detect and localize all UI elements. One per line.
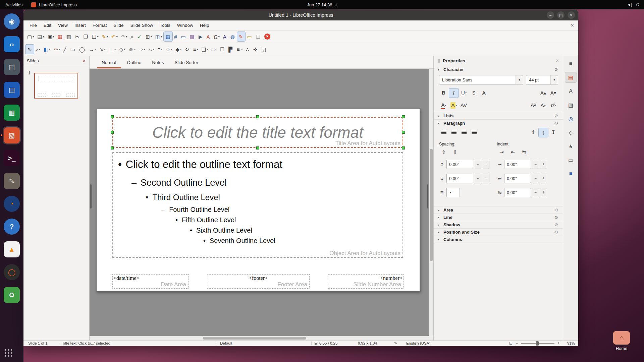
shadow-button[interactable]: ❒ xyxy=(218,45,227,54)
connector-button[interactable]: ∟ ▾ xyxy=(107,45,117,54)
decrease-paragraph-spacing-button[interactable]: ⇩ xyxy=(450,148,460,157)
firefox-dock-item[interactable]: ◔ xyxy=(4,196,20,212)
zoom-button[interactable]: ⌕ ▾ xyxy=(34,45,42,54)
shadow-text-button[interactable]: A xyxy=(479,88,489,98)
open-button[interactable]: ▤ ▾ xyxy=(36,32,46,41)
gimp-dock-item[interactable]: ✎ xyxy=(4,173,20,189)
section-paragraph[interactable]: ▾ Paragraph ⚙ xyxy=(434,119,563,127)
spacing-menu-button[interactable]: ⇄ ▾ xyxy=(549,101,558,110)
below-spacing-decrease-button[interactable]: − xyxy=(475,174,481,183)
activities-button[interactable]: Activities xyxy=(5,2,22,7)
highlight-color-button[interactable]: A ▾ xyxy=(449,101,459,110)
decrease-indent-button[interactable]: ⇤ xyxy=(508,148,518,157)
align-bottom-button[interactable]: ↧ xyxy=(549,128,558,137)
insert-fontwork-button[interactable]: A xyxy=(221,32,229,41)
vertical-scrollbar[interactable] xyxy=(429,69,433,336)
clock-menu[interactable]: Jun 27 14:38 ⍾ xyxy=(307,2,337,7)
export-pdf-button[interactable]: ▦ xyxy=(56,32,65,41)
above-spacing-input[interactable]: 0.00″ xyxy=(446,160,473,169)
insert-text-box-button[interactable]: A xyxy=(205,32,212,41)
section-settings-icon[interactable]: ⚙ xyxy=(554,222,558,227)
section-shadow[interactable]: ▸ Shadow ⚙ xyxy=(434,221,563,228)
subscript-button[interactable]: A₂ xyxy=(539,101,548,110)
align-left-button[interactable] xyxy=(439,128,448,137)
align-top-button[interactable]: ↥ xyxy=(529,128,538,137)
font-color-button[interactable]: A ▾ xyxy=(439,101,448,110)
first-indent-increase-button[interactable]: + xyxy=(540,188,547,197)
strikethrough-button[interactable]: S xyxy=(469,88,479,98)
display-grid-button[interactable]: ▦ xyxy=(164,32,172,41)
zoom-out-button[interactable]: − xyxy=(516,341,518,346)
date-placeholder[interactable]: <date/time> Date Area xyxy=(112,274,189,289)
line-color-button[interactable]: ✏ ▾ xyxy=(52,45,62,54)
print-button[interactable]: ▥ xyxy=(65,32,73,41)
fill-color-button[interactable]: ◧ ▾ xyxy=(42,45,52,54)
chevron-down-icon[interactable]: ▾ xyxy=(516,75,523,84)
menu-view[interactable]: View xyxy=(55,21,71,29)
focused-app-menu[interactable]: LibreOffice Impress xyxy=(31,2,76,7)
bold-button[interactable]: B xyxy=(439,88,448,98)
ellipse-button[interactable]: ◯ xyxy=(77,45,87,54)
menu-tools[interactable]: Tools xyxy=(156,21,174,29)
maximize-button[interactable]: ▢ xyxy=(557,11,565,19)
hanging-indent-button[interactable]: ↹ xyxy=(520,148,529,157)
spelling-button[interactable]: ✓ xyxy=(136,32,144,41)
font-size-select[interactable]: 44 pt ▾ xyxy=(526,75,558,84)
terminal-dock-item[interactable]: >_ xyxy=(4,150,20,166)
table-button[interactable]: ⊞ ▾ xyxy=(144,32,154,41)
zoom-level[interactable]: 91% xyxy=(563,341,575,345)
footer-placeholder[interactable]: <footer> Footer Area xyxy=(207,274,310,289)
section-line[interactable]: ▸ Line ⚙ xyxy=(434,214,563,221)
section-lists[interactable]: ▸ Lists ⚙ xyxy=(434,112,563,119)
find-replace-button[interactable]: ⌕ xyxy=(129,32,136,41)
writer-dock-item[interactable]: ▤ xyxy=(4,82,20,98)
arrange-button[interactable]: ❏ ▾ xyxy=(200,45,210,54)
properties-close-button[interactable]: ✕ xyxy=(555,58,559,63)
document-language[interactable]: English (USA) xyxy=(404,341,489,346)
selection-handle[interactable] xyxy=(402,131,405,134)
horizontal-scrollbar-thumb[interactable] xyxy=(203,337,306,340)
above-spacing-decrease-button[interactable]: − xyxy=(475,160,481,169)
show-applications-button[interactable] xyxy=(0,349,23,357)
menu-help[interactable]: Help xyxy=(197,21,213,29)
minimize-button[interactable]: – xyxy=(547,11,554,19)
close-button[interactable]: ✕ xyxy=(568,11,575,19)
first-indent-decrease-button[interactable]: − xyxy=(532,188,539,197)
zoom-slider[interactable] xyxy=(521,343,554,344)
cut-button[interactable]: ✂ xyxy=(73,32,82,41)
copy-button[interactable]: ❐ xyxy=(82,32,90,41)
character-spacing-button[interactable]: AV xyxy=(459,101,469,110)
flowchart-button[interactable]: ▱ ▾ xyxy=(147,45,156,54)
vscode-dock-item[interactable]: ‹› xyxy=(4,36,20,52)
show-draw-functions-button[interactable]: ✎ xyxy=(237,32,246,41)
tab-slide-sorter[interactable]: Slide Sorter xyxy=(170,57,203,68)
underline-button[interactable]: U ▾ xyxy=(459,88,469,98)
tab-normal[interactable]: Normal xyxy=(97,57,121,68)
section-position-and-size[interactable]: ▸ Position and Size ⚙ xyxy=(434,228,563,236)
properties-tab[interactable]: ▤ xyxy=(565,72,577,82)
distribute-button[interactable]: ∷ ▾ xyxy=(210,45,218,54)
lists-settings-icon[interactable]: ⚙ xyxy=(554,113,558,118)
insert-audio-video-button[interactable]: ▶ xyxy=(197,32,205,41)
points-button[interactable]: ∴ xyxy=(244,45,252,54)
redo-button[interactable]: ↷ ▾ xyxy=(119,32,129,41)
insert-chart-button[interactable]: ◫ ▾ xyxy=(154,32,164,41)
after-indent-increase-button[interactable]: + xyxy=(540,174,547,183)
lines-arrows-button[interactable]: → ▾ xyxy=(87,45,98,54)
star-shapes-button[interactable]: ☆ ▾ xyxy=(164,45,174,54)
calc-dock-item[interactable]: ▦ xyxy=(4,105,20,121)
new-document-button[interactable]: ▢ ▾ xyxy=(25,32,36,41)
selection-handle[interactable] xyxy=(111,146,114,149)
title-placeholder[interactable]: Click to edit the title text format Titl… xyxy=(112,117,403,148)
help-dock-item[interactable]: ? xyxy=(4,219,20,235)
slide-transition-tab[interactable]: ◇ xyxy=(565,127,577,137)
italic-button[interactable]: I xyxy=(449,88,459,98)
toggle-extrusion-button[interactable]: ◱ xyxy=(260,45,268,54)
zoom-in-button[interactable]: + xyxy=(557,341,560,346)
selection-handle[interactable] xyxy=(402,115,405,118)
3d-objects-button[interactable]: ◆ ▾ xyxy=(174,45,183,54)
decrease-font-size-button[interactable]: A▾ xyxy=(549,88,558,98)
animation-tab[interactable]: ★ xyxy=(565,141,577,151)
menu-format[interactable]: Format xyxy=(89,21,110,29)
files-dock-item[interactable]: ▤ xyxy=(4,59,20,75)
